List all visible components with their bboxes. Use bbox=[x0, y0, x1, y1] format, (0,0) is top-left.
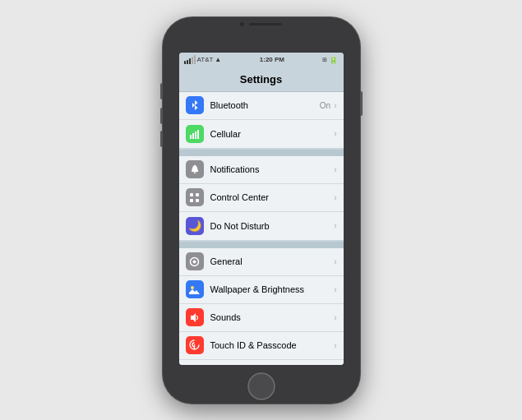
bluetooth-icon bbox=[186, 96, 204, 114]
bluetooth-label: Bluetooth bbox=[210, 100, 320, 110]
settings-item-touchid[interactable]: Touch ID & Passcode › bbox=[179, 332, 344, 360]
carrier-label: AT&T bbox=[197, 56, 214, 63]
cellular-icon bbox=[186, 125, 204, 143]
wallpaper-chevron: › bbox=[334, 285, 336, 294]
phone-screen: AT&T ▲ 1:20 PM ⊞ 🔋 Settings bbox=[179, 53, 344, 365]
controlcenter-icon bbox=[186, 188, 204, 206]
camera bbox=[240, 22, 244, 26]
settings-item-privacy[interactable]: Privacy › bbox=[179, 360, 344, 365]
touchid-chevron: › bbox=[334, 341, 336, 350]
settings-item-cellular[interactable]: Cellular › bbox=[179, 120, 344, 148]
page-title: Settings bbox=[240, 73, 282, 85]
settings-list: Bluetooth On › Cel bbox=[179, 92, 344, 365]
settings-item-donotdisturb[interactable]: 🌙 Do Not Disturb › bbox=[179, 212, 344, 240]
controlcenter-label: Control Center bbox=[210, 192, 335, 202]
svg-marker-12 bbox=[191, 313, 196, 322]
cellular-label: Cellular bbox=[210, 129, 335, 139]
phone-device: AT&T ▲ 1:20 PM ⊞ 🔋 Settings bbox=[163, 17, 360, 404]
notifications-icon bbox=[186, 160, 204, 178]
settings-item-notifications[interactable]: Notifications › bbox=[179, 156, 344, 184]
svg-rect-7 bbox=[190, 199, 193, 202]
location-icon: ⊞ bbox=[322, 57, 327, 63]
cellular-chevron: › bbox=[334, 129, 336, 138]
sounds-chevron: › bbox=[334, 313, 336, 322]
svg-point-11 bbox=[191, 286, 194, 289]
bluetooth-chevron: › bbox=[334, 101, 336, 110]
wallpaper-icon bbox=[186, 280, 204, 298]
settings-item-general[interactable]: General › bbox=[179, 248, 344, 276]
notifications-chevron: › bbox=[334, 165, 336, 174]
general-chevron: › bbox=[334, 257, 336, 266]
general-label: General bbox=[210, 256, 335, 266]
wallpaper-label: Wallpaper & Brightness bbox=[210, 284, 335, 294]
general-icon bbox=[186, 252, 204, 270]
status-right: ⊞ 🔋 bbox=[322, 56, 338, 64]
svg-rect-0 bbox=[190, 135, 192, 139]
home-button[interactable] bbox=[247, 372, 275, 400]
touchid-label: Touch ID & Passcode bbox=[210, 340, 335, 350]
svg-rect-6 bbox=[196, 193, 199, 196]
svg-rect-4 bbox=[192, 170, 198, 172]
status-bar: AT&T ▲ 1:20 PM ⊞ 🔋 bbox=[179, 53, 344, 67]
vol-down-button[interactable] bbox=[160, 131, 163, 147]
section-system2: General › Wallpaper & Brightness › bbox=[179, 248, 344, 365]
home-button-area bbox=[245, 370, 278, 403]
phone-top-bar bbox=[163, 17, 360, 30]
donotdisturb-chevron: › bbox=[334, 221, 336, 230]
nav-bar: Settings bbox=[179, 67, 344, 92]
speaker bbox=[249, 23, 282, 25]
settings-item-wallpaper[interactable]: Wallpaper & Brightness › bbox=[179, 276, 344, 304]
vol-up-button[interactable] bbox=[160, 108, 163, 124]
donotdisturb-icon: 🌙 bbox=[186, 217, 204, 235]
svg-point-10 bbox=[193, 260, 196, 263]
clock: 1:20 PM bbox=[260, 56, 284, 63]
battery-icon: 🔋 bbox=[329, 56, 338, 64]
svg-rect-5 bbox=[190, 193, 193, 196]
section-system1: Notifications › Control Center bbox=[179, 156, 344, 240]
svg-rect-8 bbox=[196, 199, 199, 202]
settings-item-sounds[interactable]: Sounds › bbox=[179, 304, 344, 332]
controlcenter-chevron: › bbox=[334, 193, 336, 202]
donotdisturb-label: Do Not Disturb bbox=[210, 221, 335, 231]
svg-rect-2 bbox=[195, 132, 196, 139]
svg-rect-3 bbox=[197, 130, 199, 139]
settings-item-bluetooth[interactable]: Bluetooth On › bbox=[179, 92, 344, 120]
sounds-icon bbox=[186, 308, 204, 326]
section-connectivity: Bluetooth On › Cel bbox=[179, 92, 344, 148]
notifications-label: Notifications bbox=[210, 164, 335, 174]
sounds-label: Sounds bbox=[210, 312, 335, 322]
wifi-icon: ▲ bbox=[215, 56, 221, 63]
settings-item-controlcenter[interactable]: Control Center › bbox=[179, 184, 344, 212]
svg-rect-1 bbox=[192, 133, 194, 139]
divider-2 bbox=[179, 242, 344, 248]
signal-icon bbox=[184, 55, 196, 64]
status-left: AT&T ▲ bbox=[184, 55, 222, 64]
divider-1 bbox=[179, 150, 344, 156]
bluetooth-value: On bbox=[320, 101, 330, 110]
touchid-icon bbox=[186, 336, 204, 354]
